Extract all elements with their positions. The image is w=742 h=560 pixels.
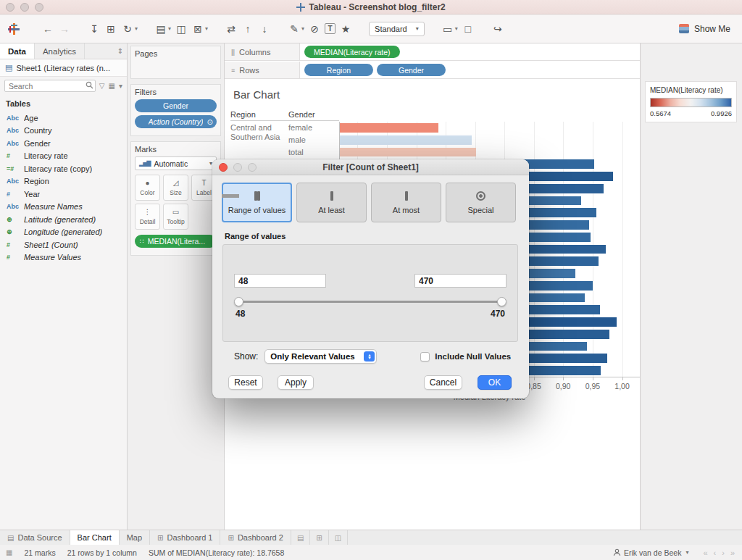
filter-mode-at-least[interactable]: At least — [296, 183, 367, 222]
marks-tooltip-button[interactable]: ▭Tooltip — [163, 204, 188, 230]
close-window-button[interactable] — [6, 3, 14, 12]
sheet-tab-dashboard-1[interactable]: ⊞Dashboard 1 — [150, 530, 220, 545]
bar-mark[interactable] — [340, 135, 472, 145]
refresh-icon[interactable]: ↻ — [121, 21, 134, 37]
tab-data[interactable]: Data — [0, 43, 35, 59]
chevron-down-icon[interactable]: ▾ — [205, 25, 208, 32]
color-encoding-pill[interactable]: ∷ MEDIAN(Litera... — [135, 235, 217, 248]
filter-mode-range-of-values[interactable]: Range of values — [222, 183, 292, 222]
highlight-icon[interactable]: ✎ — [288, 21, 301, 37]
ok-button[interactable]: OK — [478, 375, 512, 390]
show-values-select[interactable]: Only Relevant Values ▲▼ — [264, 349, 377, 364]
field-age[interactable]: AbcAge — [0, 112, 127, 125]
new-worksheet-button[interactable]: ▤ — [291, 530, 310, 545]
tab-analytics[interactable]: Analytics — [35, 43, 85, 59]
marks-detail-button[interactable]: ⋮Detail — [135, 204, 160, 230]
minimize-window-button[interactable] — [20, 3, 29, 12]
field-region[interactable]: AbcRegion — [0, 175, 127, 188]
presentation-nav-icon[interactable]: « — [703, 548, 707, 557]
rows-pill-gender[interactable]: Gender — [377, 64, 446, 76]
filter-mode-at-most[interactable]: At most — [371, 183, 441, 222]
field-measure-values[interactable]: #Measure Values — [0, 251, 127, 264]
rows-shelf[interactable]: ≡ Rows RegionGender — [225, 62, 640, 79]
filter-pill-action-country[interactable]: Action (Country)⊙ — [135, 115, 217, 128]
new-dashboard-button[interactable]: ⊞ — [310, 530, 328, 545]
field-gender[interactable]: AbcGender — [0, 137, 127, 150]
duplicate-sheet-icon[interactable]: ◫ — [175, 21, 188, 37]
chevron-down-icon[interactable]: ▾ — [119, 82, 122, 90]
search-input[interactable] — [4, 80, 96, 92]
sheet-title: Bar Chart — [233, 88, 280, 101]
fit-axes-icon[interactable]: ▭ — [441, 21, 454, 37]
rows-pill-region[interactable]: Region — [304, 64, 373, 76]
apply-button[interactable]: Apply — [278, 375, 314, 390]
presentation-nav-icon[interactable]: › — [722, 548, 725, 557]
slider-min-thumb[interactable] — [234, 297, 243, 306]
chevron-down-icon[interactable]: ▾ — [168, 25, 171, 32]
field-literacy-rate[interactable]: #Literacy rate — [0, 150, 127, 163]
forward-icon[interactable]: → — [58, 21, 71, 37]
field-literacy-rate-copy[interactable]: =#Literacy rate (copy) — [0, 162, 127, 175]
row-field-header-gender[interactable]: Gender — [288, 110, 315, 119]
marks-size-button[interactable]: ◿Size — [163, 175, 188, 201]
field-country[interactable]: AbcCountry — [0, 125, 127, 138]
filter-mode-special[interactable]: Special — [446, 183, 516, 222]
back-icon[interactable]: ← — [41, 21, 54, 37]
sheet-tab-dashboard-2[interactable]: ⊞Dashboard 2 — [220, 530, 291, 545]
group-members-icon[interactable]: ⊘ — [308, 21, 321, 37]
presentation-nav-icon[interactable]: » — [730, 548, 735, 557]
datasource-item[interactable]: ▤ Sheet1 (Literacy rates (n... — [0, 59, 127, 77]
field-sheet1-count[interactable]: #Sheet1 (Count) — [0, 238, 127, 251]
new-data-source-icon[interactable]: ⊞ — [104, 21, 117, 37]
slider-max-thumb[interactable] — [497, 297, 507, 306]
bar-mark[interactable] — [340, 148, 476, 157]
bar-mark[interactable] — [340, 123, 438, 133]
zoom-window-button[interactable] — [35, 3, 43, 12]
chevron-down-icon[interactable]: ▾ — [135, 25, 138, 32]
range-max-input[interactable] — [414, 274, 507, 288]
cancel-button[interactable]: Cancel — [424, 375, 462, 390]
dialog-close-button[interactable] — [219, 163, 228, 172]
field-year[interactable]: #Year — [0, 188, 127, 201]
clear-sheet-icon[interactable]: ⊠ — [191, 21, 204, 37]
view-mode-select[interactable]: Standard▾ — [369, 22, 425, 36]
sheet-tab-map[interactable]: Map — [120, 530, 150, 545]
range-min-input[interactable] — [234, 274, 326, 288]
color-legend[interactable]: MEDIAN(Literacy rate) 0.5674 0.9926 — [645, 81, 737, 122]
columns-pill-median-literacy-rate[interactable]: MEDIAN(Literacy rate) — [304, 46, 400, 58]
presentation-nav-icon[interactable]: ‹ — [714, 548, 717, 557]
sheet-tab-data-source[interactable]: ▤Data Source — [0, 530, 70, 545]
sort-descending-icon[interactable]: ↓ — [258, 21, 271, 37]
field-latitude-generated[interactable]: ⊕Latitude (generated) — [0, 213, 127, 226]
dialog-titlebar[interactable]: Filter [Count of Sheet1] — [212, 159, 529, 175]
text-label-icon[interactable]: T — [325, 23, 335, 34]
reset-button[interactable]: Reset — [228, 375, 263, 390]
new-story-button[interactable]: ◫ — [329, 530, 348, 545]
view-options-icon[interactable]: ▦ — [109, 82, 115, 90]
mark-type-select[interactable]: ▂▅▇ Automatic ▾ — [135, 156, 217, 170]
new-worksheet-icon[interactable]: ▤ — [154, 21, 167, 37]
swap-rows-columns-icon[interactable]: ⇄ — [225, 21, 238, 37]
share-icon[interactable]: ↪ — [491, 21, 504, 37]
field-measure-names[interactable]: AbcMeasure Names — [0, 201, 127, 214]
sheet-tab-bar-chart[interactable]: Bar Chart — [70, 530, 120, 545]
show-mark-labels-icon[interactable]: ★ — [339, 21, 352, 37]
row-field-header-region[interactable]: Region — [230, 110, 256, 119]
chevron-down-icon[interactable]: ▾ — [455, 25, 458, 32]
columns-shelf[interactable]: ||| Columns MEDIAN(Literacy rate) — [225, 43, 640, 61]
sort-ascending-icon[interactable]: ↑ — [241, 21, 254, 37]
save-icon[interactable]: ↧ — [88, 21, 101, 37]
chevron-down-icon[interactable]: ▾ — [685, 549, 688, 556]
presentation-mode-icon[interactable]: □ — [462, 21, 475, 37]
swap-panes-icon[interactable]: ⇕ — [114, 43, 127, 59]
filter-fields-icon[interactable]: ▽ — [99, 82, 105, 90]
tableau-logo-icon[interactable] — [7, 22, 20, 35]
include-null-checkbox[interactable] — [420, 352, 430, 362]
field-label: Year — [24, 190, 40, 198]
filter-pill-gender[interactable]: Gender — [135, 99, 217, 112]
signed-in-user[interactable]: Erik van de Beek — [624, 548, 681, 557]
chevron-down-icon[interactable]: ▾ — [301, 25, 304, 32]
marks-color-button[interactable]: ●Color — [135, 175, 160, 201]
field-longitude-generated[interactable]: ⊕Longitude (generated) — [0, 226, 127, 239]
show-me-button[interactable]: Show Me — [679, 24, 742, 34]
